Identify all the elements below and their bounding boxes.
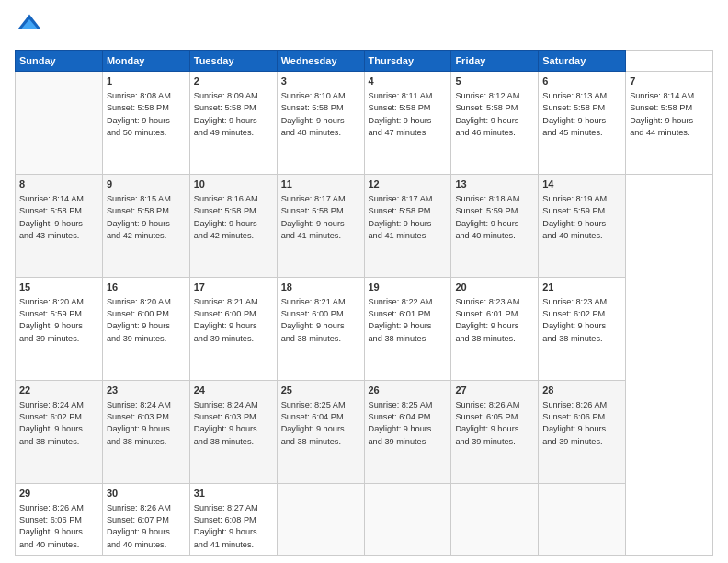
- day-header-wednesday: Wednesday: [277, 51, 364, 72]
- week-row-4: 22Sunrise: 8:24 AMSunset: 6:02 PMDayligh…: [16, 380, 713, 483]
- day-cell: [451, 483, 539, 555]
- day-cell: 20Sunrise: 8:23 AMSunset: 6:01 PMDayligh…: [451, 277, 539, 380]
- day-cell: 8Sunrise: 8:14 AMSunset: 5:58 PMDaylight…: [16, 174, 103, 277]
- day-cell: 7Sunrise: 8:14 AMSunset: 5:58 PMDaylight…: [626, 72, 713, 175]
- day-header-tuesday: Tuesday: [189, 51, 277, 72]
- day-number: 29: [19, 487, 98, 501]
- day-header-thursday: Thursday: [364, 51, 451, 72]
- day-cell: 5Sunrise: 8:12 AMSunset: 5:58 PMDaylight…: [451, 72, 539, 175]
- day-cell: 17Sunrise: 8:21 AMSunset: 6:00 PMDayligh…: [189, 277, 277, 380]
- day-cell: 16Sunrise: 8:20 AMSunset: 6:00 PMDayligh…: [102, 277, 189, 380]
- day-cell: 31Sunrise: 8:27 AMSunset: 6:08 PMDayligh…: [189, 483, 277, 555]
- day-cell: 15Sunrise: 8:20 AMSunset: 5:59 PMDayligh…: [16, 277, 103, 380]
- day-number: 18: [281, 281, 360, 295]
- day-number: 20: [455, 281, 534, 295]
- day-cell: 2Sunrise: 8:09 AMSunset: 5:58 PMDaylight…: [189, 72, 277, 175]
- day-number: 14: [542, 178, 621, 192]
- week-row-3: 15Sunrise: 8:20 AMSunset: 5:59 PMDayligh…: [16, 277, 713, 380]
- day-number: 17: [194, 281, 273, 295]
- day-cell: 30Sunrise: 8:26 AMSunset: 6:07 PMDayligh…: [102, 483, 189, 555]
- day-number: 27: [455, 384, 534, 398]
- day-number: 4: [369, 75, 448, 89]
- day-cell: 27Sunrise: 8:26 AMSunset: 6:05 PMDayligh…: [451, 380, 539, 483]
- day-cell: 10Sunrise: 8:16 AMSunset: 5:58 PMDayligh…: [189, 174, 277, 277]
- day-header-saturday: Saturday: [539, 51, 626, 72]
- day-header-sunday: Sunday: [16, 51, 103, 72]
- day-number: 23: [107, 384, 186, 398]
- day-cell: 22Sunrise: 8:24 AMSunset: 6:02 PMDayligh…: [16, 380, 103, 483]
- day-number: 3: [281, 75, 360, 89]
- header: [15, 11, 713, 40]
- day-number: 31: [194, 487, 273, 501]
- week-row-5: 29Sunrise: 8:26 AMSunset: 6:06 PMDayligh…: [16, 483, 713, 555]
- day-cell: 11Sunrise: 8:17 AMSunset: 5:58 PMDayligh…: [277, 174, 364, 277]
- page: SundayMondayTuesdayWednesdayThursdayFrid…: [0, 0, 728, 563]
- day-cell: 4Sunrise: 8:11 AMSunset: 5:58 PMDaylight…: [364, 72, 451, 175]
- day-number: 2: [194, 75, 273, 89]
- day-cell: 26Sunrise: 8:25 AMSunset: 6:04 PMDayligh…: [364, 380, 451, 483]
- day-cell: 3Sunrise: 8:10 AMSunset: 5:58 PMDaylight…: [277, 72, 364, 175]
- day-number: 24: [194, 384, 273, 398]
- week-row-1: 1Sunrise: 8:08 AMSunset: 5:58 PMDaylight…: [16, 72, 713, 175]
- day-number: 30: [107, 487, 186, 501]
- day-cell: [277, 483, 364, 555]
- day-number: 15: [19, 281, 98, 295]
- day-number: 13: [455, 178, 534, 192]
- day-cell: 18Sunrise: 8:21 AMSunset: 6:00 PMDayligh…: [277, 277, 364, 380]
- day-cell: 23Sunrise: 8:24 AMSunset: 6:03 PMDayligh…: [102, 380, 189, 483]
- header-row: SundayMondayTuesdayWednesdayThursdayFrid…: [16, 51, 713, 72]
- day-cell: 29Sunrise: 8:26 AMSunset: 6:06 PMDayligh…: [16, 483, 103, 555]
- day-cell: 1Sunrise: 8:08 AMSunset: 5:58 PMDaylight…: [102, 72, 189, 175]
- day-number: 25: [281, 384, 360, 398]
- day-number: 6: [542, 75, 621, 89]
- day-number: 10: [194, 178, 273, 192]
- day-number: 21: [542, 281, 621, 295]
- day-cell: 25Sunrise: 8:25 AMSunset: 6:04 PMDayligh…: [277, 380, 364, 483]
- empty-cell: [16, 72, 103, 175]
- day-cell: 21Sunrise: 8:23 AMSunset: 6:02 PMDayligh…: [539, 277, 626, 380]
- day-cell: 13Sunrise: 8:18 AMSunset: 5:59 PMDayligh…: [451, 174, 539, 277]
- logo-icon: [15, 11, 44, 40]
- day-number: 9: [107, 178, 186, 192]
- day-cell: 28Sunrise: 8:26 AMSunset: 6:06 PMDayligh…: [539, 380, 626, 483]
- day-cell: [539, 483, 626, 555]
- day-cell: 24Sunrise: 8:24 AMSunset: 6:03 PMDayligh…: [189, 380, 277, 483]
- day-cell: [364, 483, 451, 555]
- day-header-monday: Monday: [102, 51, 189, 72]
- day-number: 28: [542, 384, 621, 398]
- day-number: 1: [107, 75, 186, 89]
- day-cell: 19Sunrise: 8:22 AMSunset: 6:01 PMDayligh…: [364, 277, 451, 380]
- day-header-friday: Friday: [451, 51, 539, 72]
- day-number: 7: [630, 75, 709, 89]
- day-number: 22: [19, 384, 98, 398]
- day-number: 8: [19, 178, 98, 192]
- day-cell: 6Sunrise: 8:13 AMSunset: 5:58 PMDaylight…: [539, 72, 626, 175]
- day-number: 12: [369, 178, 448, 192]
- day-number: 11: [281, 178, 360, 192]
- day-number: 16: [107, 281, 186, 295]
- calendar: SundayMondayTuesdayWednesdayThursdayFrid…: [15, 50, 713, 556]
- logo: [15, 11, 48, 40]
- week-row-2: 8Sunrise: 8:14 AMSunset: 5:58 PMDaylight…: [16, 174, 713, 277]
- calendar-body: 1Sunrise: 8:08 AMSunset: 5:58 PMDaylight…: [16, 72, 713, 556]
- day-cell: 12Sunrise: 8:17 AMSunset: 5:58 PMDayligh…: [364, 174, 451, 277]
- day-number: 5: [455, 75, 534, 89]
- day-number: 26: [369, 384, 448, 398]
- calendar-header: SundayMondayTuesdayWednesdayThursdayFrid…: [16, 51, 713, 72]
- day-cell: 9Sunrise: 8:15 AMSunset: 5:58 PMDaylight…: [102, 174, 189, 277]
- day-cell: 14Sunrise: 8:19 AMSunset: 5:59 PMDayligh…: [539, 174, 626, 277]
- day-number: 19: [369, 281, 448, 295]
